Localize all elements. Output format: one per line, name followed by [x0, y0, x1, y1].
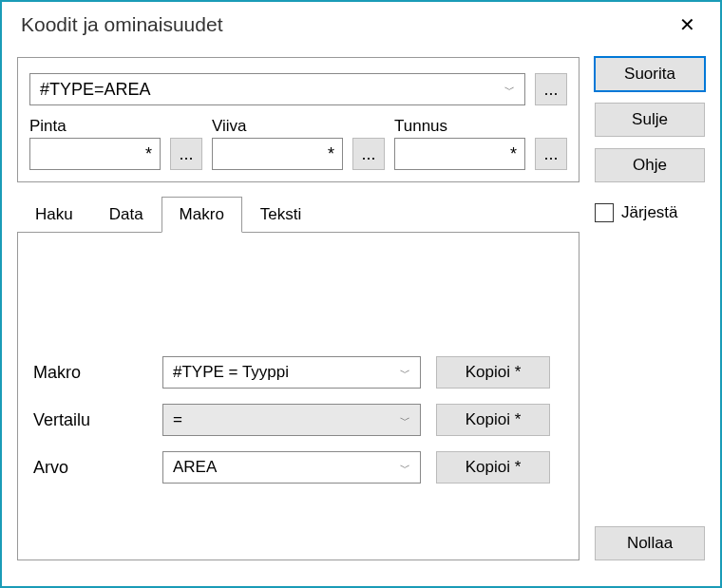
pinta-input[interactable] — [29, 138, 161, 170]
makro-row: Makro #TYPE = Tyyppi ﹀ Kopioi * — [33, 356, 563, 389]
vertailu-label: Vertailu — [33, 410, 147, 430]
pinta-label: Pinta — [29, 117, 202, 136]
ellipsis-icon: ... — [179, 144, 193, 164]
spacer — [595, 234, 705, 515]
tab-haku[interactable]: Haku — [17, 197, 91, 233]
pinta-browse-button[interactable]: ... — [170, 138, 202, 170]
tunnus-input[interactable] — [394, 138, 525, 170]
title-bar: Koodit ja ominaisuudet ✕ — [2, 2, 720, 47]
makro-copy-button[interactable]: Kopioi * — [436, 356, 550, 389]
pinta-group: Pinta ... — [29, 117, 202, 170]
type-combobox-value: #TYPE=AREA — [40, 80, 151, 100]
arvo-copy-button[interactable]: Kopioi * — [436, 451, 550, 484]
makro-label: Makro — [33, 363, 147, 383]
ellipsis-icon: ... — [543, 80, 558, 100]
close-icon[interactable]: ✕ — [673, 13, 701, 36]
jarjesta-label: Järjestä — [621, 203, 678, 222]
tunnus-browse-button[interactable]: ... — [535, 138, 567, 170]
makro-panel: Makro #TYPE = Tyyppi ﹀ Kopioi * Vertailu… — [17, 233, 580, 560]
arvo-label: Arvo — [33, 458, 147, 478]
type-row: #TYPE=AREA ﹀ ... — [29, 73, 567, 105]
chevron-down-icon: ﹀ — [400, 366, 410, 380]
tunnus-label: Tunnus — [394, 117, 567, 136]
ellipsis-icon: ... — [543, 144, 558, 164]
vertailu-copy-button[interactable]: Kopioi * — [436, 404, 550, 436]
makro-combobox[interactable]: #TYPE = Tyyppi ﹀ — [162, 356, 421, 389]
vertailu-combobox[interactable]: = ﹀ — [162, 404, 421, 436]
ellipsis-icon: ... — [361, 144, 375, 164]
viiva-label: Viiva — [212, 117, 385, 136]
content-area: #TYPE=AREA ﹀ ... Pinta ... — [2, 47, 720, 576]
arvo-combobox-value: AREA — [173, 458, 217, 477]
tab-teksti[interactable]: Teksti — [242, 197, 319, 233]
type-browse-button[interactable]: ... — [535, 73, 567, 105]
search-panel: #TYPE=AREA ﹀ ... Pinta ... — [17, 57, 580, 182]
tab-makro[interactable]: Makro — [162, 197, 242, 233]
nollaa-button[interactable]: Nollaa — [595, 526, 705, 560]
chevron-down-icon: ﹀ — [504, 83, 515, 97]
tab-data[interactable]: Data — [91, 197, 162, 233]
arvo-row: Arvo AREA ﹀ Kopioi * — [33, 451, 563, 484]
vertailu-combobox-value: = — [173, 410, 182, 429]
sulje-button[interactable]: Sulje — [595, 103, 705, 137]
ohje-button[interactable]: Ohje — [595, 148, 705, 182]
suorita-button[interactable]: Suorita — [595, 57, 705, 91]
viiva-group: Viiva ... — [212, 117, 385, 170]
arvo-combobox[interactable]: AREA ﹀ — [162, 451, 421, 484]
tab-strip: Haku Data Makro Teksti — [17, 196, 580, 233]
left-column: #TYPE=AREA ﹀ ... Pinta ... — [17, 57, 580, 560]
makro-combobox-value: #TYPE = Tyyppi — [173, 363, 289, 382]
dialog-window: Koodit ja ominaisuudet ✕ #TYPE=AREA ﹀ ..… — [0, 0, 722, 588]
chevron-down-icon: ﹀ — [400, 461, 410, 475]
fields-row: Pinta ... Viiva ... — [29, 117, 567, 170]
right-column: Suorita Sulje Ohje Järjestä Nollaa — [595, 57, 705, 560]
viiva-browse-button[interactable]: ... — [352, 138, 385, 170]
window-title: Koodit ja ominaisuudet — [21, 13, 222, 36]
chevron-down-icon: ﹀ — [400, 413, 410, 427]
jarjesta-checkbox[interactable] — [595, 203, 614, 222]
type-combobox[interactable]: #TYPE=AREA ﹀ — [29, 73, 525, 105]
vertailu-row: Vertailu = ﹀ Kopioi * — [33, 404, 563, 436]
tunnus-group: Tunnus ... — [394, 117, 567, 170]
viiva-input[interactable] — [212, 138, 343, 170]
jarjesta-checkbox-row: Järjestä — [595, 203, 705, 222]
